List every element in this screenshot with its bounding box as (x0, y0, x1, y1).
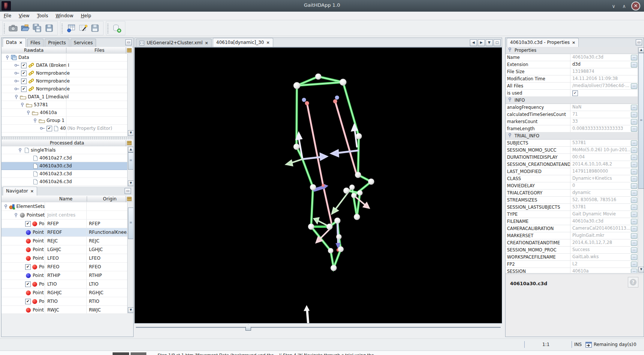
tab-projects[interactable]: Projects (45, 39, 69, 47)
tab-40610a-dynamic-30[interactable]: 40610a[dynamic]_30 × (213, 38, 273, 47)
property-section-header[interactable]: TRIAL_INFO (506, 132, 638, 140)
property-row[interactable]: SESSION_CREATIONDATEANDT2014,6,10,10,48,… (506, 161, 638, 168)
properties-scrollbar[interactable]: ▲ ▼ (638, 47, 644, 273)
edit-value-button[interactable]: ... (631, 183, 637, 189)
property-row[interactable]: SESSION40610a... (506, 268, 638, 273)
property-row[interactable]: All Files/media/oliver/7306ec4d-...... (506, 83, 638, 90)
rawdata-header[interactable]: Rawdata Files (2, 47, 132, 54)
tree-expand-icon[interactable] (4, 204, 8, 209)
menu-item-window[interactable]: Window (55, 12, 77, 19)
scroll-up-icon[interactable]: ▲ (128, 147, 134, 152)
property-row[interactable]: TRIALCATEGORYdynamic... (506, 190, 638, 197)
close-tab-icon[interactable]: × (205, 39, 208, 47)
edit-value-button[interactable]: ... (631, 254, 637, 260)
tree-expand-icon[interactable] (508, 47, 512, 52)
edit-value-button[interactable]: ... (631, 105, 637, 110)
edit-value-button[interactable]: ... (631, 262, 637, 267)
rawdata-column-header[interactable]: Rawdata (2, 48, 66, 53)
name-column-header[interactable]: Name (45, 196, 87, 202)
slider-thumb[interactable] (245, 325, 251, 331)
point-checkbox[interactable]: ✔ (25, 264, 31, 270)
camera-icon[interactable] (7, 22, 19, 34)
tree-row[interactable]: ✔Normprobande (2, 85, 128, 93)
title-bar[interactable]: GaitHDApp 1.0 ∨ ∧ × (0, 0, 644, 12)
close-tab-icon[interactable]: × (30, 187, 34, 196)
files-column-header[interactable]: Files (66, 48, 132, 53)
navigator-row[interactable]: PointsetJoint centres (2, 211, 128, 220)
slider-track[interactable] (136, 327, 501, 328)
tree-expand-icon[interactable] (33, 118, 37, 123)
tree-leaf-icon[interactable] (14, 63, 20, 67)
table-settings-icon[interactable] (126, 47, 132, 54)
point-checkbox[interactable]: ✔ (25, 299, 31, 304)
property-row[interactable]: SUBJECTS53781... (506, 140, 638, 147)
property-row[interactable]: CREATIONDATEANDTIME2014,6,10,12,7,28... (506, 239, 638, 247)
edit-value-button[interactable]: ... (631, 62, 637, 68)
navigator-row[interactable]: PointLGHJCLGHJC (2, 245, 128, 254)
table-settings-icon[interactable] (126, 140, 132, 146)
navigator-row[interactable]: ElementSets (2, 202, 128, 211)
toolbar-drag-handle[interactable] (61, 23, 63, 33)
property-row[interactable]: TYPEGait Dynamic Movie... (506, 211, 638, 218)
tree-expand-icon[interactable] (26, 110, 30, 115)
property-row[interactable]: frameLength0.00833333333333333... (506, 125, 638, 132)
tab-list-icon[interactable]: ▼ (486, 39, 493, 46)
tab-files[interactable]: Files (27, 39, 44, 47)
tree-leaf-icon[interactable] (14, 79, 20, 83)
property-row[interactable]: DURATIONTIMEDISPLAY00:04... (506, 154, 638, 161)
minimize-panel-icon[interactable]: ▭ (636, 39, 642, 45)
close-tab-icon[interactable]: × (572, 38, 575, 47)
property-row[interactable]: FP2L2... (506, 261, 638, 268)
processed-scrollbar[interactable]: ▲ ▼ (127, 146, 133, 187)
property-row[interactable]: markersCount33... (506, 118, 638, 125)
edit-value-button[interactable]: ... (631, 162, 637, 167)
database-add-icon[interactable] (111, 22, 123, 34)
scroll-down-icon[interactable]: ▼ (128, 307, 134, 313)
edit-value-button[interactable]: ... (631, 219, 637, 224)
edit-value-button[interactable]: ... (631, 176, 637, 182)
property-row[interactable]: is used✔ (506, 90, 638, 97)
property-row[interactable]: FILENAME40610a30.c3d... (506, 218, 638, 225)
menu-item-view[interactable]: View (18, 12, 33, 19)
point-checkbox[interactable]: ✔ (25, 281, 31, 287)
tab-scroll-left-icon[interactable]: ◀ (470, 39, 477, 46)
tree-expand-icon[interactable] (18, 148, 22, 153)
tree-row[interactable]: ✔Normprobande (2, 69, 128, 77)
navigator-row[interactable]: PointRFEOFRFunctionalKnee... (2, 228, 128, 237)
minimize-panel-icon[interactable]: ▭ (125, 188, 131, 194)
tree-expand-icon[interactable] (508, 133, 512, 138)
toolbar-drag-handle[interactable] (107, 23, 109, 33)
menu-item-file[interactable]: File (3, 12, 15, 19)
property-row[interactable]: calculatedTimeSeriesCount71... (506, 111, 638, 118)
navigator-row[interactable]: PointRWJCRWJC (2, 306, 128, 313)
processed-file-row[interactable]: 40610a30.c3d (2, 162, 128, 170)
edit-value-button[interactable]: ... (631, 119, 637, 125)
scrollbar-thumb[interactable] (638, 53, 644, 189)
edit-value-button[interactable]: ... (631, 226, 637, 232)
tree-expand-icon[interactable] (5, 55, 9, 60)
tree-leaf-icon[interactable] (14, 71, 20, 75)
menu-item-help[interactable]: Help (80, 12, 95, 19)
tab-data[interactable]: Data × (3, 38, 26, 47)
property-row[interactable]: CLASSDynamic+Kinetics... (506, 175, 638, 182)
scroll-down-icon[interactable]: ▼ (128, 181, 134, 186)
row-checkbox[interactable]: ✔ (21, 78, 27, 84)
edit-value-button[interactable]: ... (631, 169, 637, 174)
help-button[interactable]: ? (628, 277, 638, 287)
property-row[interactable]: WORKSPACEFILENAMEGaitLab.wks... (506, 254, 638, 261)
toolbar-drag-handle[interactable] (3, 23, 6, 33)
tab-uegeneral2-cluster[interactable]: UEGeneral2+Cluster.xml × (136, 39, 212, 47)
processed-data-header[interactable]: Processed data (2, 140, 132, 147)
tree-expand-icon[interactable] (508, 97, 512, 102)
property-row[interactable]: Extensiond3d... (506, 61, 638, 68)
navigator-row[interactable]: ✔PointLTIOLTIO (2, 280, 128, 289)
tree-row[interactable]: 40610a (2, 109, 128, 117)
tree-row[interactable]: ✔DATA (Broken I (2, 62, 128, 69)
edit-value-button[interactable]: ... (631, 247, 637, 253)
tree-row[interactable]: ✔Normprobande (2, 77, 128, 85)
row-checkbox[interactable]: ✔ (47, 126, 52, 131)
processed-file-row[interactable]: 40610a26.c3d (2, 178, 128, 186)
minimize-button[interactable]: ∨ (610, 3, 617, 9)
navigator-row[interactable]: ✔PointRFEPRFEP (2, 220, 128, 228)
save-all-icon[interactable] (31, 22, 43, 34)
